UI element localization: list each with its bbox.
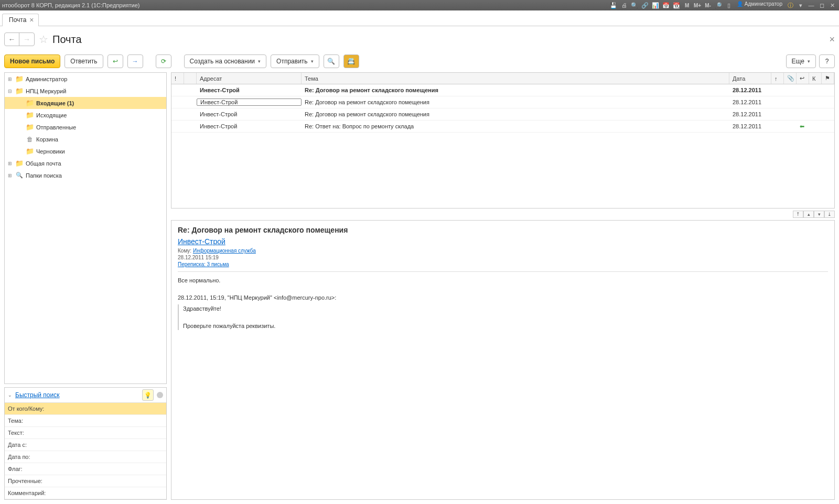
hint-bulb-icon[interactable]: 💡 (142, 389, 154, 401)
quick-search-link[interactable]: Быстрый поиск (15, 391, 139, 399)
quote-line: Здравствуйте! (183, 304, 828, 313)
body-line: Все нормально. (178, 276, 828, 285)
splitter-top-icon[interactable]: ⤒ (793, 211, 803, 218)
folder-icon: 📁 (15, 159, 24, 168)
info-icon[interactable]: ⓘ (786, 1, 795, 9)
row-subject: Re: Договор на ремонт складского помещен… (302, 87, 729, 93)
tree-label: Корзина (36, 136, 58, 143)
tree-label: Администратор (26, 76, 67, 82)
page-header: ← → ☆ Почта × (4, 26, 835, 52)
zoom-icon[interactable]: 🔎 (714, 1, 723, 9)
tree-item[interactable]: ⊞📁Общая почта (5, 157, 166, 169)
search-field-row[interactable]: Тема: (5, 415, 166, 427)
qs-indicator-icon[interactable] (157, 392, 163, 398)
mail-row[interactable]: Инвест-СтройRe: Договор на ремонт складс… (171, 96, 834, 108)
help-button[interactable]: ? (819, 54, 835, 68)
reply-button[interactable]: Ответить (64, 54, 103, 68)
close-tab-icon[interactable]: × (29, 16, 34, 24)
qs-collapse-icon[interactable]: ⌄ (8, 392, 12, 398)
tree-label: НПЦ Меркурий (26, 88, 66, 94)
col-from[interactable]: Адресат (197, 73, 302, 84)
close-page-icon[interactable]: × (829, 34, 835, 45)
search-field-row[interactable]: Флаг: (5, 463, 166, 475)
forward-button[interactable]: → (19, 33, 34, 46)
forward-mail-button[interactable]: → (127, 54, 143, 68)
splitter-bottom-icon[interactable]: ⤓ (824, 211, 835, 218)
tree-item[interactable]: 🗑Корзина (5, 133, 166, 145)
preview-from-link[interactable]: Инвест-Строй (178, 237, 225, 246)
search-field-row[interactable]: Дата по: (5, 451, 166, 463)
new-mail-button[interactable]: Новое письмо (4, 54, 60, 68)
col-attachment[interactable]: 📎 (784, 73, 797, 84)
back-button[interactable]: ← (5, 33, 19, 46)
mail-preview: Re: Договор на ремонт складского помещен… (171, 220, 835, 500)
panel-icon[interactable]: ▯ (724, 1, 734, 9)
search-field-row[interactable]: Текст: (5, 427, 166, 439)
preview-thread-link[interactable]: Переписка: 3 письма (178, 261, 229, 267)
tree-item[interactable]: ⊞🔍Папки поиска (5, 169, 166, 181)
tree-item[interactable]: 📁Исходящие (5, 109, 166, 121)
grid-header: ! Адресат Тема Дата ↑ 📎 ↩ К ⚑ (171, 73, 834, 84)
col-flag2[interactable]: ⚑ (822, 73, 834, 84)
tree-label: Общая почта (26, 160, 61, 167)
expand-icon[interactable]: ⊞ (7, 161, 13, 166)
col-reply[interactable]: ↩ (797, 73, 809, 84)
attachment-icon: 📎 (787, 75, 794, 82)
mplus-button[interactable]: M+ (693, 1, 702, 9)
send-button[interactable]: Отправить▾ (271, 54, 319, 68)
dropdown-icon[interactable]: ▾ (796, 1, 805, 9)
col-empty1[interactable] (184, 73, 197, 84)
tree-item[interactable]: ⊟📁НПЦ Меркурий (5, 85, 166, 97)
calendar-icon[interactable]: 📅 (661, 1, 671, 9)
search-field-row[interactable]: Дата с: (5, 439, 166, 451)
close-window-icon[interactable]: ✕ (827, 1, 837, 9)
row-date: 28.12.2011 (729, 111, 771, 117)
expand-icon[interactable]: ⊟ (7, 89, 13, 94)
tree-label: Исходящие (36, 112, 67, 118)
col-sort[interactable]: ↑ (771, 73, 784, 84)
row-date: 28.12.2011 (729, 123, 771, 129)
addressbook-button[interactable]: 📇 (343, 54, 359, 68)
toolbar: Новое письмо Ответить ↩ → ⟳ Создать на о… (4, 52, 835, 72)
col-k[interactable]: К (809, 73, 822, 84)
tree-item[interactable]: ⊞📁Администратор (5, 73, 166, 85)
mail-row[interactable]: Инвест-СтройRe: Договор на ремонт складс… (171, 108, 834, 120)
splitter-controls: ⤒ ▴ ▾ ⤓ (171, 210, 835, 218)
tree-item[interactable]: 📁Отправленные (5, 121, 166, 133)
splitter-down-icon[interactable]: ▾ (814, 211, 824, 218)
flag-icon: ⚑ (825, 75, 830, 82)
m-button[interactable]: M (682, 1, 692, 9)
favorite-star-icon[interactable]: ☆ (39, 33, 48, 46)
search-field-row[interactable]: От кого/Кому: (5, 403, 166, 415)
trash-icon: 🗑 (26, 135, 34, 144)
splitter-up-icon[interactable]: ▴ (803, 211, 814, 218)
search-button[interactable]: 🔍 (324, 54, 339, 68)
col-date[interactable]: Дата (729, 73, 771, 84)
create-based-button[interactable]: Создать на основании▾ (184, 54, 267, 68)
reply-all-button[interactable]: ↩ (107, 54, 123, 68)
save-icon[interactable]: 💾 (609, 1, 618, 9)
preview-to-link[interactable]: Информационная служба (193, 248, 256, 254)
mminus-button[interactable]: M- (703, 1, 713, 9)
minimize-icon[interactable]: — (806, 1, 816, 9)
more-button[interactable]: Еще▾ (786, 54, 816, 68)
tree-item[interactable]: 📁Входящие (1) (5, 97, 166, 109)
search-field-row[interactable]: Прочтенные: (5, 475, 166, 487)
col-subject[interactable]: Тема (302, 73, 729, 84)
row-from: Инвест-Строй (197, 98, 302, 106)
maximize-icon[interactable]: ◻ (817, 1, 826, 9)
calc-icon[interactable]: 📊 (651, 1, 660, 9)
mail-row[interactable]: Инвест-СтройRe: Ответ на: Вопрос по ремо… (171, 120, 834, 133)
col-importance[interactable]: ! (171, 73, 184, 84)
expand-icon[interactable]: ⊞ (7, 76, 13, 82)
print-icon[interactable]: 🖨 (619, 1, 629, 9)
search-field-row[interactable]: Комментарий: (5, 487, 166, 499)
link-icon[interactable]: 🔗 (640, 1, 650, 9)
mail-row[interactable]: Инвест-СтройRe: Договор на ремонт складс… (171, 84, 834, 96)
tree-item[interactable]: 📁Черновики (5, 145, 166, 157)
date-icon[interactable]: 📆 (672, 1, 681, 9)
tab-mail[interactable]: Почта × (2, 14, 39, 26)
preview-icon[interactable]: 🔍 (630, 1, 639, 9)
refresh-button[interactable]: ⟳ (156, 54, 171, 68)
expand-icon[interactable]: ⊞ (7, 173, 13, 178)
